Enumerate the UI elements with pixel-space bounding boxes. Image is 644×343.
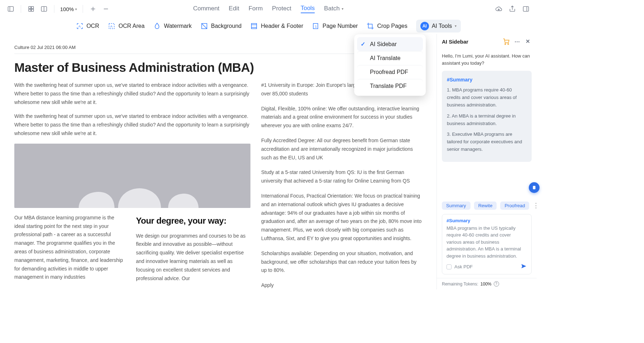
tokens-value: 100% [480,282,492,287]
close-icon[interactable]: ✕ [524,38,532,45]
ai-sidebar-title: AI Sidebar [442,39,468,45]
svg-rect-13 [523,6,529,11]
ai-badge-icon: AI [420,22,429,30]
svg-line-19 [201,23,207,29]
svg-text:1: 1 [315,24,317,28]
tool-ocr[interactable]: AOCR [76,22,99,30]
more-icon[interactable]: ⋮ [533,202,537,209]
sidebar-panel-icon[interactable] [6,5,15,13]
svg-rect-0 [8,6,14,11]
dropdown-item-proofread-pdf[interactable]: Proofread PDF [357,65,423,79]
compose-box: #Summary MBA programs in the US typicall… [442,214,532,275]
tool-label: Watermark [164,23,192,29]
tool-watermark[interactable]: Watermark [153,22,192,30]
separator [54,5,54,13]
cloud-upload-icon[interactable] [494,5,503,13]
ocr-icon: A [76,22,84,30]
ai-sidebar-panel: AI Sidebar ⋯ ✕ Hello, I'm Lumi, your AI … [436,34,537,289]
tab-form[interactable]: Form [249,5,263,13]
tool-label: Crop Pages [377,23,408,29]
dropdown-label: AI Translate [370,55,400,61]
page-number-icon: 1 [312,22,319,30]
ai-sidebar-footer: Remaining Tokens: 100% ? [437,278,537,289]
compose-tag: #Summary [447,218,527,223]
separator [21,5,21,13]
more-icon[interactable]: ⋯ [513,38,521,45]
doc-paragraph: Scholarships available: Depending on you… [261,249,422,275]
summary-line: 1. MBA programs require 40-60 credits an… [447,86,527,109]
tab-batch[interactable]: Batch▾ [324,5,343,13]
chip-row: Summary Rewite Proofread ⋮ [442,202,532,210]
chip-proofread[interactable]: Proofread [500,202,529,210]
share-icon[interactable] [508,5,517,13]
header-footer-icon [250,22,258,30]
dropdown-item-ai-translate[interactable]: AI Translate [357,51,423,65]
chevron-down-icon: ▾ [455,24,457,28]
tool-label: OCR [87,23,99,29]
svg-rect-20 [252,23,257,29]
compose-text: MBA programs in the US typically require… [447,225,527,260]
zoom-level[interactable]: 100%▾ [60,6,77,12]
tool-background[interactable]: Background [200,22,241,30]
main-tabs: Comment Edit Form Protect Tools Batch▾ [193,5,344,13]
doc-paragraph: With the sweltering heat of summer upon … [14,112,250,138]
svg-rect-4 [29,9,31,11]
ai-tools-label: AI Tools [432,23,452,29]
ai-tools-button[interactable]: AI AI Tools ▾ [416,20,461,33]
chip-summary[interactable]: Summary [442,202,470,210]
doc-paragraph: Fully Accredited Degree: All our degrees… [261,136,422,162]
zoom-in-icon[interactable] [89,5,97,13]
doc-paragraph: Our MBA distance learning programme is t… [14,214,125,282]
ai-greeting: Hello, I'm Lumi, your AI assistant. How … [442,53,532,66]
separator [83,5,83,13]
send-icon[interactable] [521,263,527,270]
tool-label: OCR Area [118,23,145,29]
ask-pdf-label: Ask PDF [454,264,473,269]
chevron-down-icon: ▾ [75,7,77,11]
watermark-icon [153,22,161,30]
grid-view-icon[interactable] [27,5,35,13]
dropdown-label: Proofread PDF [370,69,408,75]
tool-label: Header & Footer [261,23,303,29]
tool-ocr-area[interactable]: AOCR Area [108,22,145,30]
chip-rewrite[interactable]: Rewite [474,202,497,210]
tab-comment[interactable]: Comment [193,5,220,13]
zoom-value: 100% [60,6,74,12]
cart-icon[interactable] [502,38,510,45]
doc-subtitle: Your degree, your way: [136,214,247,228]
help-icon[interactable]: ? [494,281,499,287]
dropdown-label: AI Sidebar [370,41,397,48]
floating-action-button[interactable] [529,182,537,193]
two-page-view-icon[interactable] [40,5,48,13]
dropdown-item-translate-pdf[interactable]: Translate PDF [357,79,423,93]
dropdown-label: Translate PDF [370,83,407,89]
ask-pdf-checkbox[interactable] [447,264,452,269]
doc-paragraph: International Focus, Practical Orientati… [261,192,422,243]
svg-rect-5 [31,9,34,11]
svg-point-26 [508,44,509,45]
tokens-label: Remaining Tokens: [442,282,478,287]
check-icon: ✓ [361,41,366,48]
svg-text:A: A [78,24,81,28]
svg-rect-3 [31,6,34,9]
summary-line: 3. Executive MBA programs are tailored f… [447,131,527,153]
svg-rect-2 [29,6,31,9]
svg-rect-27 [533,186,536,189]
zoom-out-icon[interactable] [102,5,110,13]
doc-paragraph: Apply [261,281,422,289]
ai-summary-card: #Summary 1. MBA programs require 40-60 c… [442,71,532,162]
chevron-down-icon: ▾ [342,7,343,11]
right-panel-icon[interactable] [522,5,530,13]
tab-edit[interactable]: Edit [229,5,239,13]
dropdown-item-ai-sidebar[interactable]: ✓AI Sidebar [357,37,423,51]
doc-paragraph: Study at a 5-star rated University from … [261,168,422,185]
tab-tools[interactable]: Tools [301,5,315,13]
tab-protect[interactable]: Protect [272,5,291,13]
tool-label: Page Number [322,23,358,29]
svg-text:A: A [111,24,113,28]
tool-header-footer[interactable]: Header & Footer [250,22,303,30]
crop-icon [366,22,374,30]
tool-crop-pages[interactable]: Crop Pages [366,22,408,30]
doc-paragraph: With the sweltering heat of summer upon … [14,81,250,106]
tool-page-number[interactable]: 1Page Number [312,22,358,30]
